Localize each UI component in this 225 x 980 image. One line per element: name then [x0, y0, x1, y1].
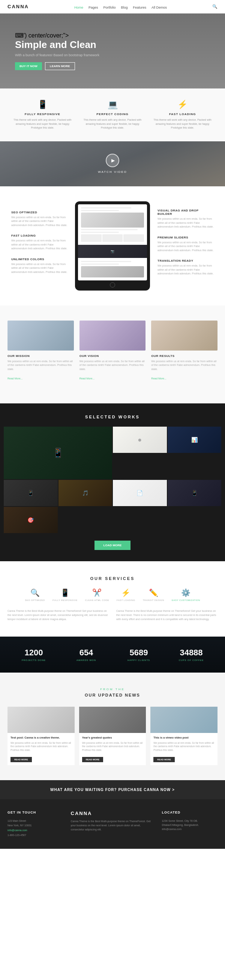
loading-icon: ⚡: [151, 100, 214, 110]
features-left: SEO OPTIMIZED We possess within us at re…: [11, 211, 67, 281]
services-desc-right: Canna Theme is the Best Multi-purpose th…: [116, 609, 217, 622]
work-item-4[interactable]: 📱: [4, 480, 58, 506]
feature-seo: SEO OPTIMIZED We possess within us at re…: [11, 211, 67, 228]
mission-image-2: [80, 321, 146, 350]
feature-fast: FAST LOADING We possess within us at rem…: [11, 234, 67, 251]
html-icon: ✂️: [85, 588, 109, 597]
watch-label: WATCH VIDEO: [98, 170, 127, 173]
play-button[interactable]: [106, 154, 119, 167]
responsive-icon-2: 📱: [53, 588, 78, 597]
work-item-6[interactable]: 📄: [113, 480, 167, 506]
works-title: SELECTED WORKS: [0, 415, 225, 419]
stat-clients: 5689 HAPPY CLIENTS: [113, 648, 165, 661]
nav-item-pages[interactable]: Pages: [88, 3, 98, 10]
mission-readmore-3[interactable]: Read More...: [151, 377, 166, 380]
work-item-5[interactable]: 🎵: [59, 480, 113, 506]
stat-coffee: 34888 CUPS OF COFFEE: [165, 648, 217, 661]
stat-awards: 654 AWARDS WON: [60, 648, 113, 661]
buy-now-button[interactable]: BUY IT NOW: [15, 62, 42, 70]
mission-text-3: We possess within us at rem enda. So far…: [151, 360, 217, 372]
responsive-icon: 📱: [11, 100, 74, 110]
work-item-8[interactable]: 🎯: [4, 507, 58, 533]
news-title: OUR UPDATED NEWS: [8, 693, 217, 697]
news-card-text-2: We possess within us at rem enda. So far…: [82, 741, 143, 752]
feature-seo-text: We possess within us at rem enda. So far…: [11, 216, 67, 228]
service-seo[interactable]: 🔍 SEO OPTIMIZED: [25, 588, 45, 601]
news-card-text-3: We possess within us at rem enda. So far…: [153, 741, 214, 752]
mission-title-2: OUR VISION: [80, 354, 146, 358]
work-item-1[interactable]: 📱: [4, 426, 112, 479]
service-fastload-label: FAST LOADING: [116, 599, 136, 601]
stat-awards-number: 654: [60, 648, 113, 658]
cta-section[interactable]: WHAT ARE YOU WAITING FOR? PURCHASE CANNA…: [0, 780, 225, 799]
mission-cards: OUR MISSION We possess within us at rem …: [8, 321, 217, 381]
feature-loading-title: FAST LOADING: [151, 113, 214, 116]
mission-readmore-1[interactable]: Read More...: [8, 377, 22, 380]
news-content-2: Year's greatest quotes We possess within…: [79, 733, 146, 765]
feature-drag-title: VISUAL DRAG AND DROP BUILDER: [158, 209, 214, 216]
feature-fast-title: FAST LOADING: [11, 234, 67, 237]
footer-contact-line1: 123 Main Street New York, NY 10001 info@…: [8, 819, 63, 838]
services-section: OUR SERVICES 🔍 SEO OPTIMIZED 📱 FULLY RES…: [0, 561, 225, 636]
stat-projects-number: 1200: [8, 648, 60, 658]
cta-text: WHAT ARE YOU WAITING FOR? PURCHASE CANNA…: [50, 788, 175, 792]
work-item-3[interactable]: 📊: [168, 426, 222, 453]
news-readmore-button-3[interactable]: READ MORE: [153, 757, 175, 762]
feature-responsive-text: This theme will work with any device. Pa…: [11, 118, 74, 130]
news-grid: Test post: Canna is a creative theme. We…: [8, 707, 217, 765]
feature-drag: VISUAL DRAG AND DROP BUILDER We possess …: [158, 209, 214, 229]
news-card-text-1: We possess within us at rem enda. So far…: [11, 741, 72, 752]
feature-colors-title: UNLIMITED COLORS: [11, 258, 67, 261]
mission-readmore-2[interactable]: Read More...: [80, 377, 94, 380]
tablet-device: 📷: [75, 201, 150, 291]
works-section: SELECTED WORKS 📱 ● 📊 📱 🎵 📄 📱: [0, 403, 225, 561]
nav-item-blog[interactable]: Blog: [121, 3, 128, 10]
mission-title-1: OUR MISSION: [8, 354, 74, 358]
footer-col-location: Located 1234 Some Street, City 78 OB. Dh…: [162, 811, 217, 838]
news-card-3: This is a vimeo video post We possess wi…: [150, 707, 217, 765]
load-more-button[interactable]: LOAD MORE: [94, 541, 131, 550]
footer-col-about: CANNA Canna Theme is the Best Multi-purp…: [71, 811, 155, 838]
news-card-title-2: Year's greatest quotes: [82, 736, 143, 739]
search-icon[interactable]: 🔍: [212, 4, 217, 9]
hero-section: ⌨') center/cover;"> Simple and Clean Wit…: [0, 13, 225, 89]
feature-fast-text: We possess within us at rem enda. So far…: [11, 239, 67, 251]
mission-title-3: OUR RESULTS: [151, 354, 217, 358]
news-image-3: [150, 707, 217, 733]
news-image-2: [79, 707, 146, 733]
news-readmore-button-1[interactable]: READ MORE: [11, 757, 32, 762]
news-card-title-1: Test post: Canna is a creative theme.: [11, 736, 72, 739]
nav-item-features[interactable]: Features: [133, 3, 147, 10]
service-responsive[interactable]: 📱 FULLY RESPONSIVE: [53, 588, 78, 601]
footer-col-contact: Get In Touch 123 Main Street New York, N…: [8, 811, 63, 838]
news-section: FROM THE OUR UPDATED NEWS Test post: Can…: [0, 673, 225, 780]
news-readmore-button-2[interactable]: READ MORE: [82, 757, 104, 762]
services-title: OUR SERVICES: [8, 576, 217, 581]
seo-icon: 🔍: [25, 588, 45, 597]
footer: Get In Touch 123 Main Street New York, N…: [0, 799, 225, 849]
stats-section: 1200 PROJECTS DONE 654 AWARDS WON 5689 H…: [0, 636, 225, 673]
service-seo-label: SEO OPTIMIZED: [25, 599, 45, 601]
footer-location-text: 1234 Some Street, City 78 OB. Dhaka/Chit…: [162, 819, 217, 832]
work-item-7[interactable]: 📱: [168, 480, 222, 506]
transit-icon: ✏️: [143, 588, 164, 597]
feature-colors: UNLIMITED COLORS We possess within us at…: [11, 258, 67, 274]
nav-item-all-demos[interactable]: All Demos: [152, 3, 167, 10]
tablet-features-section: SEO OPTIMIZED We possess within us at re…: [0, 186, 225, 305]
news-card-2: Year's greatest quotes We possess within…: [79, 707, 146, 765]
service-custom[interactable]: ⚙️ EASY CUSTOMIZATION: [172, 588, 200, 601]
feature-translation-title: TRANSLATION READY: [158, 259, 214, 262]
nav-item-home[interactable]: Home: [74, 3, 83, 10]
service-transit[interactable]: ✏️ TRANSIT DESIGN: [143, 588, 164, 601]
work-item-2[interactable]: ●: [113, 426, 167, 453]
tablet-home-button: [110, 282, 115, 288]
feature-loading-text: This theme will work with any device. Pa…: [151, 118, 214, 130]
stat-clients-number: 5689: [113, 648, 165, 658]
stat-clients-label: HAPPY CLIENTS: [113, 659, 165, 661]
nav-item-portfolio[interactable]: Portfolio: [103, 3, 115, 10]
service-fastload[interactable]: ⚡ FAST LOADING: [116, 588, 136, 601]
feature-sliders: PREMIUM SLIDERS We possess within us at …: [158, 236, 214, 253]
service-html[interactable]: ✂️ CLEAN HTML CODE: [85, 588, 109, 601]
feature-colors-text: We possess within us at rem enda. So far…: [11, 262, 67, 274]
learn-more-button[interactable]: LEARN MORE: [45, 62, 75, 70]
